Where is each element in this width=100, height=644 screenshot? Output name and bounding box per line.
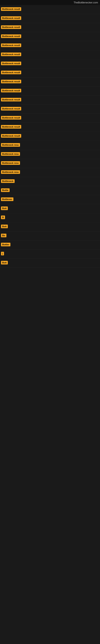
bottleneck-row-2: Bottleneck result — [0, 14, 100, 23]
right-area-17 — [22, 153, 99, 156]
bottleneck-badge-11: Bottleneck result — [1, 98, 21, 102]
right-area-3 — [23, 26, 99, 29]
badge-wrap-3: Bottleneck result — [1, 25, 21, 30]
bottleneck-badge-26: Bo — [1, 234, 6, 237]
right-area-9 — [23, 81, 99, 83]
bottleneck-row-25: Bott — [0, 222, 100, 232]
badge-wrap-7: Bottleneck result — [1, 62, 21, 66]
bottleneck-row-27: Bottler — [0, 240, 100, 250]
site-title-text: TheBottlenecker.com — [74, 1, 98, 4]
right-area-26 — [8, 235, 99, 237]
badge-wrap-20: Bottleneck — [1, 179, 15, 184]
right-area-28 — [6, 253, 99, 255]
badge-wrap-29: Bott — [1, 261, 8, 265]
right-area-10 — [23, 90, 99, 92]
badge-wrap-26: Bo — [1, 234, 6, 238]
right-area-21 — [12, 190, 99, 192]
bottleneck-badge-29: Bott — [1, 261, 8, 264]
bottleneck-badge-20: Bottleneck — [1, 179, 15, 183]
bottleneck-badge-12: Bottleneck result — [1, 107, 21, 110]
bottleneck-list: Bottleneck resultBottleneck resultBottle… — [0, 5, 100, 268]
bottleneck-row-14: Bottleneck result — [0, 123, 100, 132]
badge-wrap-15: Bottleneck result — [1, 134, 21, 138]
bottleneck-badge-2: Bottleneck result — [1, 16, 21, 20]
right-area-13 — [23, 117, 99, 119]
badge-wrap-4: Bottleneck result — [1, 34, 21, 39]
badge-wrap-23: Bott — [1, 206, 8, 211]
bottleneck-row-6: Bottleneck result — [0, 50, 100, 59]
site-title: TheBottlenecker.com — [0, 0, 100, 5]
bottleneck-row-9: Bottleneck result — [0, 78, 100, 86]
bottleneck-row-15: Bottleneck result — [0, 132, 100, 141]
right-area-19 — [22, 171, 99, 174]
bottleneck-row-22: Bottlenec — [0, 195, 100, 204]
bottleneck-badge-22: Bottlenec — [1, 198, 13, 201]
bottleneck-badge-13: Bottleneck result — [1, 116, 21, 120]
bottleneck-badge-27: Bottler — [1, 243, 10, 246]
right-area-11 — [23, 99, 99, 101]
badge-wrap-9: Bottleneck result — [1, 80, 21, 84]
bottleneck-badge-3: Bottleneck result — [1, 25, 21, 29]
badge-wrap-2: Bottleneck result — [1, 16, 21, 21]
bottleneck-badge-10: Bottleneck result — [1, 89, 21, 92]
right-area-12 — [23, 108, 99, 110]
bottleneck-row-29: Bott — [0, 258, 100, 268]
right-area-8 — [23, 72, 99, 74]
badge-wrap-6: Bottleneck result — [1, 52, 21, 57]
bottleneck-row-18: Bottleneck resu — [0, 159, 100, 168]
right-area-5 — [23, 44, 99, 47]
right-area-27 — [12, 244, 99, 246]
bottleneck-badge-9: Bottleneck result — [1, 80, 21, 83]
badge-wrap-19: Bottleneck resu — [1, 170, 20, 175]
badge-wrap-8: Bottleneck result — [1, 71, 21, 75]
bottleneck-badge-8: Bottleneck result — [1, 71, 21, 74]
right-area-29 — [10, 262, 99, 264]
bottleneck-row-8: Bottleneck result — [0, 68, 100, 78]
badge-wrap-11: Bottleneck result — [1, 98, 21, 102]
bottleneck-badge-7: Bottleneck result — [1, 62, 21, 65]
bottleneck-row-11: Bottleneck result — [0, 96, 100, 105]
bottleneck-row-23: Bott — [0, 204, 100, 213]
right-area-22 — [15, 198, 99, 201]
right-area-6 — [23, 54, 99, 56]
badge-wrap-27: Bottler — [1, 243, 10, 247]
bottleneck-row-13: Bottleneck result — [0, 114, 100, 123]
badge-wrap-13: Bottleneck result — [1, 116, 21, 120]
right-area-1 — [23, 8, 99, 11]
badge-wrap-28: | — [1, 252, 4, 256]
right-area-15 — [23, 135, 99, 138]
right-area-20 — [17, 180, 99, 183]
badge-wrap-10: Bottleneck result — [1, 89, 21, 93]
badge-wrap-16: Bottleneck resu — [1, 143, 20, 148]
right-area-2 — [23, 17, 99, 20]
bottleneck-row-16: Bottleneck resu — [0, 141, 100, 150]
bottleneck-badge-14: Bottleneck result — [1, 125, 21, 128]
bottleneck-row-21: Bottle — [0, 186, 100, 195]
bottleneck-row-17: Bottleneck resu — [0, 150, 100, 159]
bottleneck-badge-4: Bottleneck result — [1, 34, 21, 38]
bottleneck-row-10: Bottleneck result — [0, 86, 100, 96]
bottleneck-row-26: Bo — [0, 232, 100, 240]
bottleneck-row-7: Bottleneck result — [0, 59, 100, 68]
badge-wrap-1: Bottleneck result — [1, 7, 21, 12]
right-area-4 — [23, 36, 99, 38]
bottleneck-badge-5: Bottleneck result — [1, 44, 21, 47]
bottleneck-row-5: Bottleneck result — [0, 41, 100, 50]
badge-wrap-12: Bottleneck result — [1, 107, 21, 111]
badge-wrap-17: Bottleneck resu — [1, 152, 20, 156]
bottleneck-row-28: | — [0, 250, 100, 258]
bottleneck-badge-1: Bottleneck result — [1, 7, 21, 11]
right-area-18 — [22, 162, 99, 164]
page-wrapper: TheBottlenecker.com Bottleneck resultBot… — [0, 0, 100, 644]
right-area-25 — [10, 226, 99, 228]
right-area-24 — [7, 216, 99, 219]
right-area-14 — [23, 126, 99, 128]
bottleneck-badge-28: | — [1, 252, 4, 256]
badge-wrap-21: Bottle — [1, 188, 10, 193]
right-area-7 — [23, 62, 99, 65]
badge-wrap-25: Bott — [1, 224, 8, 229]
bottleneck-badge-25: Bott — [1, 224, 8, 228]
bottleneck-badge-18: Bottleneck resu — [1, 161, 20, 165]
bottleneck-badge-15: Bottleneck result — [1, 134, 21, 138]
empty-bottom — [0, 268, 100, 644]
